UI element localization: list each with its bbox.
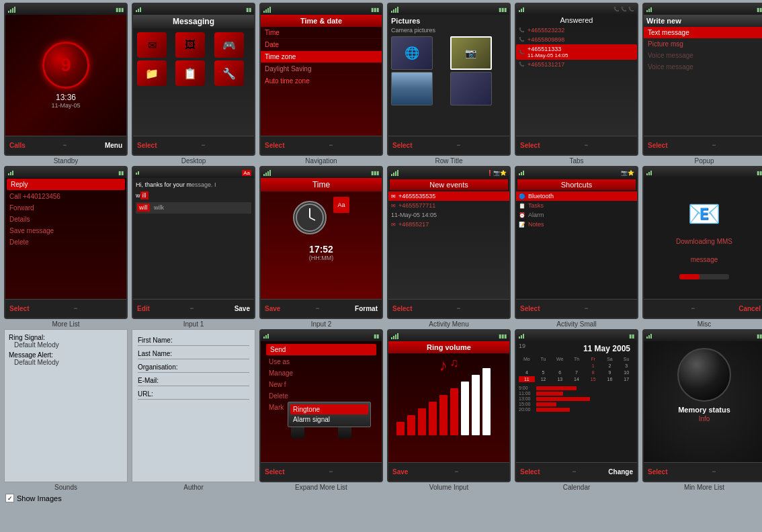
ml-item-1[interactable]: Reply [7, 179, 125, 190]
cal-d9[interactable]: 5 [536, 369, 552, 375]
msg-icon-5[interactable]: 📋 [175, 60, 205, 86]
act-item-2[interactable]: ✉ +4655577711 [388, 201, 509, 210]
bottom-right-cancel[interactable]: Cancel [738, 305, 761, 312]
bottom-left-edit[interactable]: Edit [137, 305, 150, 312]
sb3 [523, 7, 524, 12]
call-2[interactable]: 📞 +4655809898 [516, 35, 637, 44]
cal-d5[interactable]: 1 [585, 363, 601, 369]
popup-item-3[interactable]: Voice message [644, 50, 762, 61]
bottom-right-change[interactable]: Change [608, 468, 633, 476]
cal-d3[interactable] [552, 363, 568, 369]
sb2 [393, 9, 394, 13]
cal-d17[interactable]: 13 [552, 376, 568, 382]
timedate-daylight[interactable]: Daylight Saving [261, 63, 382, 75]
msg-icon-3[interactable]: 🎮 [214, 32, 244, 58]
bottom-right-menu[interactable]: Menu [105, 142, 122, 149]
cal-d6[interactable]: 2 [602, 363, 618, 369]
bottom-left-select[interactable]: Select [137, 142, 157, 149]
bottom-left-select[interactable]: Select [265, 468, 284, 476]
popup-item-4[interactable]: Voice message [644, 61, 762, 73]
bottom-left-select[interactable]: Select [648, 468, 667, 476]
ml-item-2[interactable]: Call +440123456 [5, 191, 126, 202]
bottom-left-save[interactable]: Save [392, 468, 408, 476]
bottom-left-select[interactable]: Select [392, 305, 412, 312]
actsmall-item-4[interactable]: 📝 Notes [516, 220, 637, 229]
suggestion-will[interactable]: will [137, 204, 150, 212]
timedate-timezone[interactable]: Time zone [261, 51, 382, 63]
pic-thumb-4[interactable] [450, 72, 492, 105]
bottom-right-save[interactable]: Save [235, 305, 250, 312]
cal-today[interactable]: 11 [519, 376, 535, 382]
bottom-left-select[interactable]: Select [520, 305, 540, 312]
bottom-left-select[interactable]: Select [9, 305, 29, 312]
cal-d12[interactable]: 8 [585, 369, 601, 375]
cal-d1[interactable] [519, 363, 535, 369]
exp-item-2[interactable]: Use as [265, 356, 378, 367]
cal-bar-row-2: 11:00 [519, 391, 634, 396]
cell-standby: ▮▮▮ 9 13:36 11-May-05 Calls ━ Menu Stand… [3, 3, 129, 165]
bottom-left-select[interactable]: Select [648, 142, 667, 149]
call-3[interactable]: 📞 +465511333 11-May-05 14:05 [516, 44, 637, 60]
bottom-left-select[interactable]: Select [520, 468, 540, 476]
bottom-left-select[interactable]: Select [392, 142, 412, 149]
actsmall-item-3[interactable]: ⏰ Alarm [516, 210, 637, 220]
bottom-right-format[interactable]: Format [355, 305, 378, 312]
exp-item-4[interactable]: New f [265, 379, 378, 390]
cal-d2[interactable] [536, 363, 552, 369]
messaging-screen: Messaging ✉ 🖼 🎮 📁 📋 🔧 [133, 15, 254, 136]
msg-icon-2[interactable]: 🖼 [175, 32, 205, 58]
bottom-left-save[interactable]: Save [265, 305, 280, 312]
volume-bars [388, 378, 509, 438]
cal-d19[interactable]: 15 [585, 376, 601, 382]
cal-d18[interactable]: 14 [568, 376, 585, 382]
cal-d16[interactable]: 12 [536, 376, 552, 382]
exp-item-3[interactable]: Manage [265, 367, 378, 379]
cal-d13[interactable]: 9 [602, 369, 618, 375]
ml-item-3[interactable]: Forward [5, 202, 126, 214]
msg-icon-1[interactable]: ✉ [137, 32, 167, 58]
sb2 [648, 335, 650, 339]
bottom-left-select[interactable]: Select [520, 142, 540, 149]
calendar-screen: 19 11 May 2005 Mo Tu We Th Fr Sa Su [516, 341, 637, 462]
pic-thumb-2[interactable]: 📷 [450, 36, 492, 70]
cell-label-row-title: Row Title [435, 157, 462, 165]
cal-d20[interactable]: 16 [602, 376, 618, 382]
timedate-date[interactable]: Date [261, 39, 382, 51]
popup-item-1[interactable]: Text message [644, 27, 762, 38]
signal-icon [8, 171, 13, 175]
act-item-1[interactable]: ✉ +4655535535 [388, 191, 509, 201]
ml-item-6[interactable]: Delete [5, 236, 126, 248]
cal-d8[interactable]: 4 [519, 369, 535, 375]
pic-thumb-3[interactable] [391, 72, 433, 105]
cal-d7[interactable]: 3 [618, 363, 634, 369]
call-4[interactable]: 📞 +4655131217 [516, 60, 637, 69]
exp-item-1[interactable]: Send [266, 344, 376, 355]
pic-thumb-1[interactable]: 🌐 [391, 36, 433, 70]
bottom-left-calls[interactable]: Calls [9, 142, 26, 149]
ml-item-4[interactable]: Details [5, 214, 126, 225]
timedate-auto[interactable]: Auto time zone [261, 75, 382, 87]
sb1 [8, 173, 9, 175]
cal-d21[interactable]: 17 [618, 376, 634, 382]
bottom-left-select[interactable]: Select [265, 142, 284, 149]
actsmall-item-2[interactable]: 📋 Tasks [516, 201, 637, 210]
show-images-checkbox[interactable]: ✓ [5, 494, 14, 502]
cal-d4[interactable] [568, 363, 585, 369]
popup-item-2[interactable]: Picture msg [644, 38, 762, 50]
act-item-3[interactable]: ✉ +46855217 [388, 220, 509, 229]
cal-d11[interactable]: 7 [568, 369, 585, 375]
exp-item-5[interactable]: Delete [265, 390, 378, 402]
msg-icon-4[interactable]: 📁 [137, 60, 167, 86]
msg-icon-6[interactable]: 🔧 [214, 60, 244, 86]
suggestion-wilk[interactable]: wilk [154, 204, 164, 211]
cal-d14[interactable]: 10 [618, 369, 634, 375]
sb2 [138, 9, 139, 12]
timedate-time[interactable]: Time [261, 27, 382, 39]
cal-d10[interactable]: 6 [552, 369, 568, 375]
actsmall-item-1[interactable]: 🔵 Bluetooth [516, 191, 637, 201]
show-images-label[interactable]: Show Images [17, 494, 62, 502]
popup-alarm[interactable]: Alarm signal [290, 414, 368, 425]
call-1[interactable]: 📞 +4655523232 [516, 26, 637, 35]
ml-item-5[interactable]: Save message [5, 225, 126, 236]
popup-ringtone[interactable]: Ringtone [290, 404, 368, 414]
